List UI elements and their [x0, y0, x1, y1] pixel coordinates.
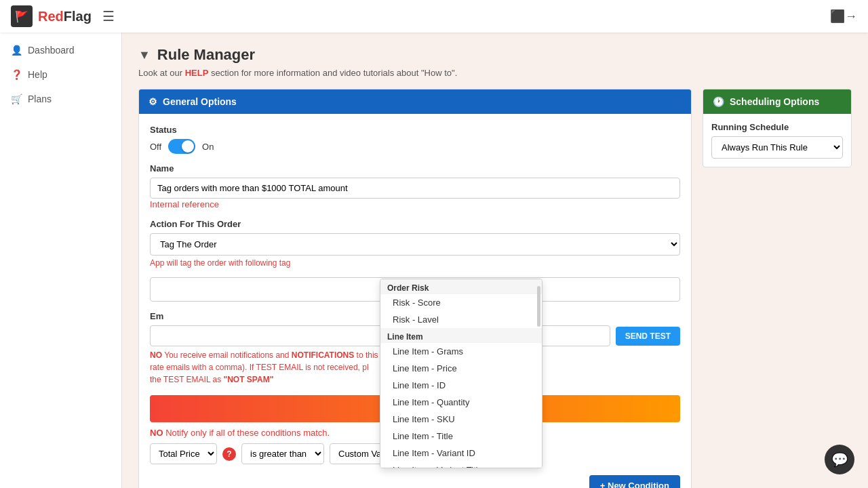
- scheduling-body: Running Schedule Always Run This Rule Ru…: [703, 114, 851, 167]
- status-on-label: On: [202, 142, 214, 152]
- chat-bubble[interactable]: 💬: [825, 445, 854, 474]
- dropdown-item-line-variant-title[interactable]: Line Item - Variant Title: [380, 462, 542, 468]
- clock-icon: 🕐: [713, 96, 724, 107]
- filter-icon: ▼: [138, 48, 151, 62]
- dashboard-icon: 👤: [11, 45, 22, 56]
- condition-operator-select[interactable]: is greater than: [241, 443, 324, 464]
- dropdown-overlay: Order Risk Risk - Score Risk - Lavel Lin…: [380, 279, 542, 468]
- dropdown-item-line-grams[interactable]: Line Item - Grams: [380, 343, 542, 360]
- conditions-label-text: Notify only if all of these conditions m…: [165, 428, 330, 438]
- dropdown-group-label-line-item: Line Item: [380, 328, 542, 343]
- dropdown-item-line-sku[interactable]: Line Item - SKU: [380, 411, 542, 428]
- sidebar: 👤 Dashboard ❓ Help 🛒 Plans: [0, 33, 122, 488]
- new-condition-row: + New Condition: [150, 475, 680, 488]
- dropdown-group-line-item: Line Item Line Item - Grams Line Item - …: [380, 328, 542, 468]
- action-note: App will tag the order with following ta…: [150, 258, 680, 268]
- dropdown-item-line-id[interactable]: Line Item - ID: [380, 377, 542, 394]
- sidebar-item-dashboard-label: Dashboard: [28, 45, 75, 56]
- general-options-title: General Options: [163, 96, 237, 107]
- sidebar-item-plans[interactable]: 🛒 Plans: [0, 87, 121, 111]
- name-label: Name: [150, 163, 680, 174]
- sidebar-item-plans-label: Plans: [28, 94, 52, 104]
- status-off-label: Off: [150, 142, 161, 152]
- logo-text-flag: Flag: [64, 9, 92, 24]
- hamburger-icon[interactable]: ☰: [102, 8, 115, 24]
- running-schedule-select[interactable]: Always Run This Rule Run Once Run Weekly…: [711, 136, 843, 159]
- help-icon: ❓: [11, 69, 22, 80]
- dropdown-item-line-quantity[interactable]: Line Item - Quantity: [380, 394, 542, 411]
- sidebar-item-dashboard[interactable]: 👤 Dashboard: [0, 38, 121, 62]
- running-schedule-label: Running Schedule: [711, 122, 843, 132]
- toggle-row: Off On: [150, 139, 680, 154]
- gear-icon: ⚙: [149, 96, 157, 107]
- status-toggle[interactable]: [168, 139, 195, 154]
- logo-text-red: Red: [38, 9, 64, 24]
- status-label: Status: [150, 125, 680, 135]
- condition-field-help[interactable]: ?: [222, 447, 236, 461]
- scheduling-header: 🕐 Scheduling Options: [703, 89, 851, 114]
- sidebar-item-help[interactable]: ❓ Help: [0, 62, 121, 87]
- status-group: Status Off On: [150, 125, 680, 154]
- internal-ref-link[interactable]: Internal reference: [150, 199, 219, 209]
- signout-icon[interactable]: ⬛→: [830, 9, 857, 24]
- notification-label: NO: [150, 350, 162, 360]
- dropdown-item-line-title[interactable]: Line Item - Title: [380, 428, 542, 445]
- dropdown-item-risk-lavel[interactable]: Risk - Lavel: [380, 311, 542, 328]
- action-group: Action For This Order Tag The Order App …: [150, 219, 680, 268]
- general-options-header: ⚙ General Options: [139, 89, 691, 114]
- app-logo: 🚩 RedFlag: [11, 5, 92, 27]
- help-link[interactable]: HELP: [185, 68, 209, 78]
- subtitle-end: section for more information and video t…: [208, 68, 457, 78]
- topnav: 🚩 RedFlag ☰ ⬛→: [0, 0, 868, 33]
- dropdown-group-label-order-risk: Order Risk: [380, 279, 542, 294]
- notification-note2: the TEST EMAIL as "NOT SPAM": [150, 375, 273, 384]
- sidebar-item-help-label: Help: [28, 69, 47, 80]
- logo-icon: 🚩: [11, 5, 33, 27]
- plans-icon: 🛒: [11, 94, 22, 104]
- new-condition-button[interactable]: + New Condition: [589, 475, 680, 488]
- name-group: Name Internal reference: [150, 163, 680, 209]
- page-header: ▼ Rule Manager: [138, 46, 852, 64]
- chat-icon: 💬: [831, 451, 848, 468]
- scheduling-title: Scheduling Options: [730, 96, 819, 107]
- dropdown-item-risk-score[interactable]: Risk - Score: [380, 294, 542, 311]
- notification-note: rate emails with a comma). If TEST EMAIL…: [150, 363, 369, 372]
- notifications-bold: NOTIFICATIONS: [292, 350, 354, 360]
- send-test-button[interactable]: SEND TEST: [616, 327, 680, 346]
- dropdown-group-order-risk: Order Risk Risk - Score Risk - Lavel: [380, 279, 542, 328]
- scheduling-card: 🕐 Scheduling Options Running Schedule Al…: [703, 89, 852, 167]
- conditions-label-prefix: NO: [150, 428, 163, 438]
- main-content: ▼ Rule Manager Look at our HELP section …: [122, 33, 868, 488]
- action-label: Action For This Order: [150, 219, 680, 229]
- page-title: Rule Manager: [157, 46, 255, 64]
- subtitle-text: Look at our: [138, 68, 185, 78]
- main-layout: 👤 Dashboard ❓ Help 🛒 Plans ▼ Rule Manage…: [0, 33, 868, 488]
- dropdown-item-line-price[interactable]: Line Item - Price: [380, 360, 542, 377]
- action-select[interactable]: Tag The Order: [150, 233, 680, 256]
- scrollbar: [537, 286, 540, 327]
- page-subtitle: Look at our HELP section for more inform…: [138, 68, 852, 78]
- dropdown-item-line-variant-id[interactable]: Line Item - Variant ID: [380, 445, 542, 462]
- not-spam-label: "NOT SPAM": [224, 375, 274, 384]
- name-input[interactable]: [150, 178, 680, 199]
- condition-field-select[interactable]: Total Price: [150, 443, 217, 464]
